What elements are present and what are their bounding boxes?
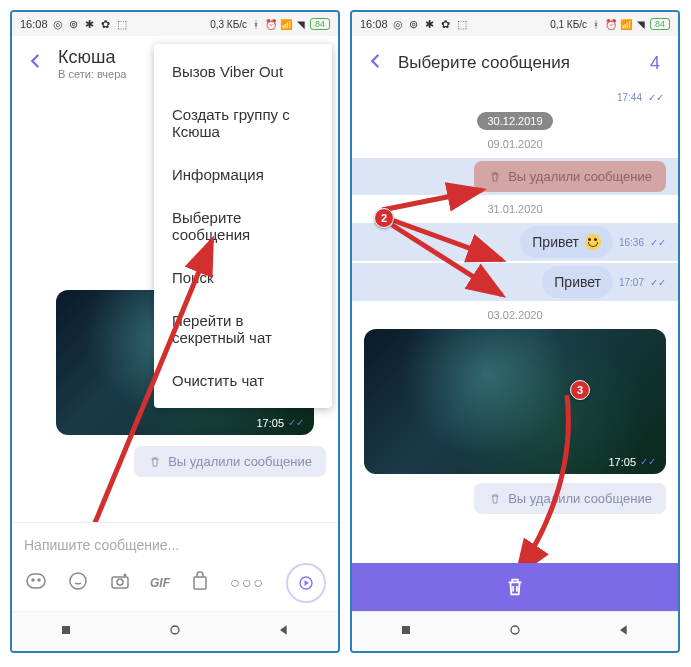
status-time: 16:08 <box>20 18 48 30</box>
nav-back[interactable] <box>616 622 632 642</box>
notif-icon: ⊚ <box>68 18 80 30</box>
trash-icon <box>488 170 502 184</box>
deleted-message: Вы удалили сообщение <box>474 161 666 192</box>
svg-point-16 <box>511 626 519 634</box>
net-speed: 0,1 КБ/с <box>550 19 587 30</box>
camera-icon[interactable] <box>108 569 132 597</box>
back-button[interactable] <box>364 50 386 76</box>
svg-rect-10 <box>62 626 70 634</box>
svg-rect-8 <box>194 577 206 589</box>
alarm-icon: ⏰ <box>265 18 277 30</box>
msg-time: 17:07 <box>619 277 644 288</box>
nav-recents[interactable] <box>398 622 414 642</box>
nav-home[interactable] <box>167 622 183 642</box>
nav-bar <box>352 611 678 651</box>
page-title: Выберите сообщения <box>398 53 638 73</box>
bluetooth-icon: ᚼ <box>250 18 262 30</box>
signal-icon: 📶 <box>280 18 292 30</box>
selection-count: 4 <box>650 53 666 74</box>
bluetooth-icon: ᚼ <box>590 18 602 30</box>
input-area: Напишите сообщение... GIF ○○○ <box>12 522 338 611</box>
svg-point-6 <box>117 579 123 585</box>
msg-time: 17:44 <box>617 92 642 103</box>
message-input[interactable]: Напишите сообщение... <box>24 531 326 563</box>
context-menu: Вызов Viber Out Создать группу с Ксюша И… <box>154 44 332 408</box>
signal-icon: 📶 <box>620 18 632 30</box>
nav-recents[interactable] <box>58 622 74 642</box>
status-time: 16:08 <box>360 18 388 30</box>
notif-icon: ✿ <box>440 18 452 30</box>
message-row[interactable]: Вы удалили сообщение <box>352 480 678 517</box>
read-check-icon: ✓✓ <box>648 92 664 103</box>
gif-icon[interactable]: GIF <box>150 576 170 590</box>
battery-icon: 84 <box>650 18 670 30</box>
msg-time: 17:05✓✓ <box>608 456 656 468</box>
wifi-icon: ◥ <box>295 18 307 30</box>
nav-back[interactable] <box>276 622 292 642</box>
nav-home[interactable] <box>507 622 523 642</box>
phone-left: 16:08 ◎ ⊚ ✱ ✿ ⬚ 0,3 КБ/с ᚼ ⏰ 📶 ◥ 84 Ксюш… <box>10 10 340 653</box>
svg-point-7 <box>124 574 127 577</box>
back-button[interactable] <box>24 50 46 76</box>
menu-select-messages[interactable]: Выберите сообщения <box>154 196 332 256</box>
deleted-message: Вы удалили сообщение <box>474 483 666 514</box>
message-row-selected[interactable]: Вы удалили сообщение <box>352 158 678 195</box>
notif-icon: ⊚ <box>408 18 420 30</box>
sticker-icon[interactable] <box>66 569 90 597</box>
msg-time: 17:05✓✓ <box>256 417 304 429</box>
read-check-icon: ✓✓ <box>650 277 666 288</box>
nav-bar <box>12 611 338 651</box>
battery-icon: 84 <box>310 18 330 30</box>
read-check-icon: ✓✓ <box>650 237 666 248</box>
notif-icon: ✱ <box>84 18 96 30</box>
notif-icon: ⬚ <box>456 18 468 30</box>
svg-point-4 <box>70 573 86 589</box>
smile-emoji <box>585 234 601 250</box>
svg-rect-15 <box>402 626 410 634</box>
svg-point-11 <box>171 626 179 634</box>
alarm-icon: ⏰ <box>605 18 617 30</box>
date-label: 31.01.2020 <box>352 203 678 215</box>
statusbar: 16:08 ◎ ⊚ ✱ ✿ ⬚ 0,3 КБ/с ᚼ ⏰ 📶 ◥ 84 <box>12 12 338 36</box>
photo-message[interactable]: 17:05✓✓ <box>364 329 666 474</box>
date-label: 03.02.2020 <box>352 309 678 321</box>
wifi-icon: ◥ <box>635 18 647 30</box>
appbar: Выберите сообщения 4 <box>352 36 678 90</box>
menu-search[interactable]: Поиск <box>154 256 332 299</box>
date-chip: 30.12.2019 <box>477 112 552 130</box>
msg-time: 16:36 <box>619 237 644 248</box>
trash-icon <box>504 576 526 598</box>
notif-icon: ✱ <box>424 18 436 30</box>
notif-icon: ◎ <box>392 18 404 30</box>
message-row-selected[interactable]: Привет 17:07 ✓✓ <box>352 263 678 301</box>
menu-viber-out[interactable]: Вызов Viber Out <box>154 50 332 93</box>
more-icon[interactable]: ○○○ <box>230 574 265 592</box>
message-bubble: Привет <box>542 266 613 298</box>
date-label: 09.01.2020 <box>352 138 678 150</box>
svg-point-3 <box>38 579 40 581</box>
send-button[interactable] <box>286 563 326 603</box>
message-row-selected[interactable]: Привет 16:36 ✓✓ <box>352 223 678 261</box>
menu-secret-chat[interactable]: Перейти в секретный чат <box>154 299 332 359</box>
trash-icon <box>488 492 502 506</box>
delete-button[interactable] <box>352 563 678 611</box>
chat-area: 17:44 ✓✓ 30.12.2019 09.01.2020 Вы удалил… <box>352 90 678 563</box>
svg-rect-1 <box>27 574 45 588</box>
notif-icon: ◎ <box>52 18 64 30</box>
notif-icon: ⬚ <box>116 18 128 30</box>
trash-icon <box>148 455 162 469</box>
menu-clear-chat[interactable]: Очистить чат <box>154 359 332 402</box>
notif-icon: ✿ <box>100 18 112 30</box>
menu-create-group[interactable]: Создать группу с Ксюша <box>154 93 332 153</box>
phone-right: 16:08 ◎ ⊚ ✱ ✿ ⬚ 0,1 КБ/с ᚼ ⏰ 📶 ◥ 84 Выбе… <box>350 10 680 653</box>
shop-icon[interactable] <box>188 569 212 597</box>
message-bubble: Привет <box>520 226 613 258</box>
deleted-message: Вы удалили сообщение <box>134 446 326 477</box>
svg-point-2 <box>32 579 34 581</box>
net-speed: 0,3 КБ/с <box>210 19 247 30</box>
face-icon[interactable] <box>24 569 48 597</box>
menu-info[interactable]: Информация <box>154 153 332 196</box>
statusbar: 16:08 ◎ ⊚ ✱ ✿ ⬚ 0,1 КБ/с ᚼ ⏰ 📶 ◥ 84 <box>352 12 678 36</box>
